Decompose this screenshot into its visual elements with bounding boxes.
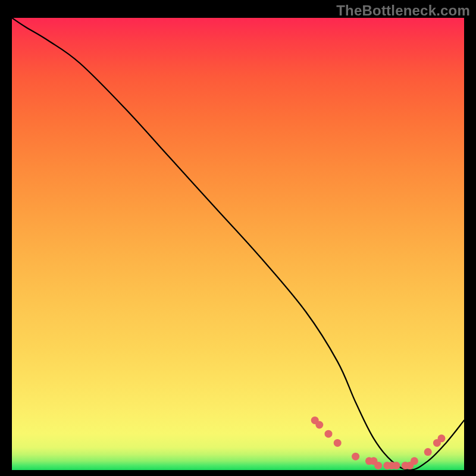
data-dot [438, 434, 446, 442]
data-dot [334, 439, 342, 447]
data-dot [325, 430, 333, 438]
data-dot [352, 453, 359, 461]
watermark-text: TheBottleneck.com [336, 2, 470, 19]
data-dot [374, 462, 382, 469]
gradient-plot-area [12, 18, 464, 470]
curve-svg [12, 18, 464, 470]
data-dot [315, 421, 323, 429]
chart-container: TheBottleneck.com [0, 0, 476, 476]
data-dot [424, 448, 432, 456]
data-dot [411, 457, 418, 465]
data-dot [393, 462, 400, 469]
bottleneck-curve [12, 18, 464, 470]
data-dots-group [311, 416, 446, 469]
